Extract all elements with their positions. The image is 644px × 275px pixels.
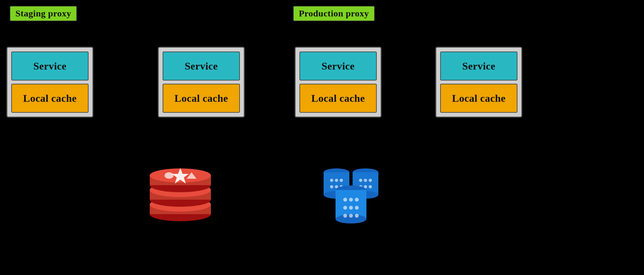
production-proxy-label: Production proxy [293, 6, 375, 21]
svg-point-36 [343, 206, 347, 210]
service-label-4: Service [440, 52, 517, 81]
database-icon [316, 155, 393, 225]
svg-point-29 [369, 185, 372, 188]
svg-point-17 [340, 179, 343, 182]
svg-point-38 [355, 206, 359, 210]
service-box-4: Service Local cache [435, 47, 522, 118]
svg-point-41 [355, 214, 359, 218]
service-box-2: Service Local cache [158, 47, 245, 118]
staging-proxy-label: Staging proxy [10, 6, 77, 21]
svg-point-35 [355, 198, 359, 202]
service-box-3: Service Local cache [295, 47, 382, 118]
svg-point-10 [165, 172, 174, 179]
svg-point-39 [343, 214, 347, 218]
svg-point-40 [349, 214, 353, 218]
cache-label-3: Local cache [299, 84, 377, 113]
service-label-2: Service [163, 52, 240, 81]
service-box-1: Service Local cache [6, 47, 93, 118]
svg-point-24 [359, 179, 362, 182]
svg-point-34 [349, 198, 353, 202]
cache-label-2: Local cache [163, 84, 240, 113]
svg-point-37 [349, 206, 353, 210]
cache-label-4: Local cache [440, 84, 517, 113]
service-label-3: Service [299, 52, 377, 81]
svg-point-26 [369, 179, 372, 182]
svg-point-15 [330, 179, 333, 182]
cache-label-1: Local cache [11, 84, 89, 113]
redis-icon [145, 158, 216, 222]
svg-point-16 [335, 179, 338, 182]
service-label-1: Service [11, 52, 89, 81]
svg-point-33 [343, 198, 347, 202]
svg-point-25 [364, 179, 367, 182]
svg-point-18 [330, 185, 333, 188]
